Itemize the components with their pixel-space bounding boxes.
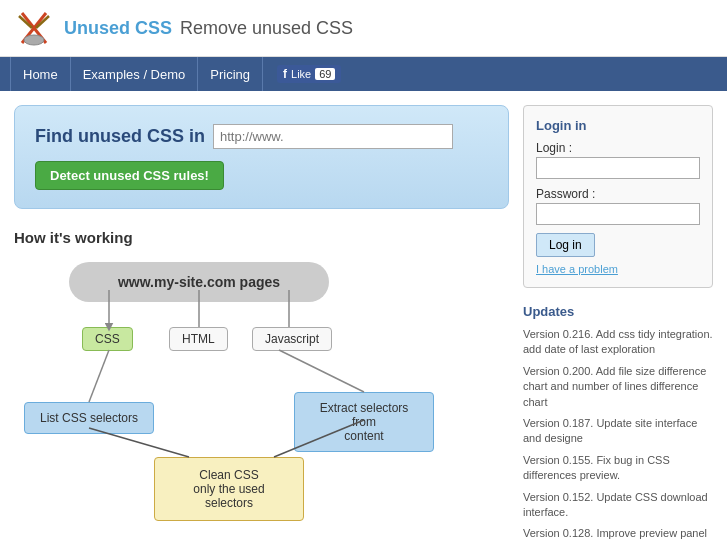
fb-like-label: Like xyxy=(291,68,311,80)
login-input[interactable] xyxy=(536,157,700,179)
url-input[interactable] xyxy=(213,124,453,149)
login-label: Login : xyxy=(536,141,700,155)
how-title: How it's working xyxy=(14,229,509,246)
update-item-2: Version 0.187. Update site interface and… xyxy=(523,416,713,447)
nav-bar: Home Examples / Demo Pricing f Like 69 xyxy=(0,57,727,91)
login-button[interactable]: Log in xyxy=(536,233,595,257)
extract-selectors-box: Extract selectors fromcontent xyxy=(294,392,434,452)
detect-button[interactable]: Detect unused CSS rules! xyxy=(35,161,224,190)
main-content: Find unused CSS in Detect unused CSS rul… xyxy=(0,91,727,545)
left-column: Find unused CSS in Detect unused CSS rul… xyxy=(14,105,509,545)
password-input[interactable] xyxy=(536,203,700,225)
update-item-3: Version 0.155. Fix bug in CSS difference… xyxy=(523,453,713,484)
js-box: Javascript xyxy=(252,327,332,351)
nav-pricing[interactable]: Pricing xyxy=(198,57,263,91)
update-item-5: Version 0.128. Improve preview panel CSS… xyxy=(523,526,713,545)
password-label: Password : xyxy=(536,187,700,201)
fb-icon: f xyxy=(283,67,287,81)
site-title: Unused CSS xyxy=(64,18,172,39)
svg-line-9 xyxy=(279,350,364,392)
updates-box: Updates Version 0.216. Add css tidy inte… xyxy=(523,304,713,545)
problem-link[interactable]: I have a problem xyxy=(536,263,700,275)
login-title: Login in xyxy=(536,118,700,133)
nav-examples[interactable]: Examples / Demo xyxy=(71,57,199,91)
how-section: How it's working www.my-site.com pages C… xyxy=(14,229,509,502)
right-column: Login in Login : Password : Log in I hav… xyxy=(523,105,713,545)
html-box: HTML xyxy=(169,327,228,351)
cloud-main: www.my-site.com pages xyxy=(69,262,329,302)
find-box: Find unused CSS in Detect unused CSS rul… xyxy=(14,105,509,209)
diagram: www.my-site.com pages CSS HTML Javascrip… xyxy=(14,262,454,502)
login-box: Login in Login : Password : Log in I hav… xyxy=(523,105,713,288)
svg-line-8 xyxy=(89,350,109,402)
site-subtitle: Remove unused CSS xyxy=(180,18,353,39)
clean-css-box: Clean CSSonly the used selectors xyxy=(154,457,304,521)
svg-point-4 xyxy=(24,35,44,45)
update-item-0: Version 0.216. Add css tidy integration.… xyxy=(523,327,713,358)
find-label: Find unused CSS in xyxy=(35,124,488,149)
list-selectors-box: List CSS selectors xyxy=(24,402,154,434)
fb-like-button[interactable]: f Like 69 xyxy=(277,65,341,83)
fb-count: 69 xyxy=(315,68,335,80)
updates-title: Updates xyxy=(523,304,713,319)
update-item-4: Version 0.152. Update CSS download inter… xyxy=(523,490,713,521)
update-item-1: Version 0.200. Add file size difference … xyxy=(523,364,713,410)
header: Unused CSS Remove unused CSS xyxy=(0,0,727,57)
css-box: CSS xyxy=(82,327,133,351)
logo-icon xyxy=(14,8,54,48)
nav-home[interactable]: Home xyxy=(10,57,71,91)
